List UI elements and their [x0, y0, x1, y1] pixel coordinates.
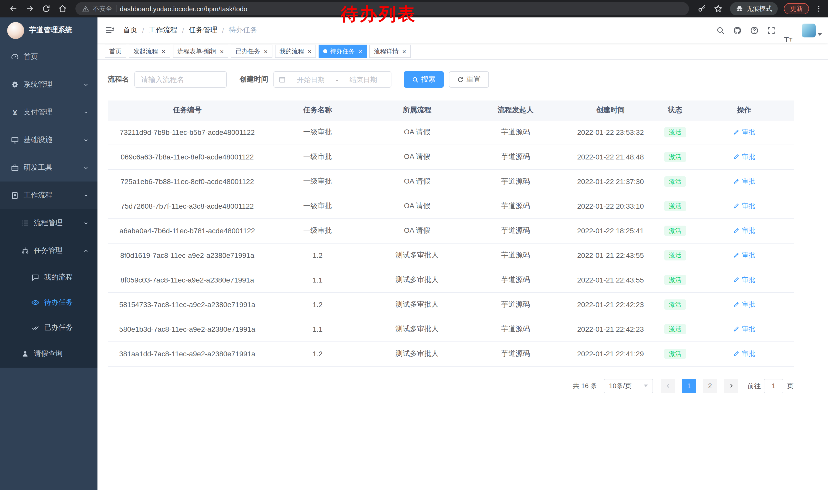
- sidebar-item-infrastructure[interactable]: 基础设施: [0, 126, 97, 154]
- update-button[interactable]: 更新: [784, 3, 809, 14]
- reset-button[interactable]: 重置: [449, 71, 489, 88]
- col-process: 所属流程: [368, 100, 466, 120]
- github-button[interactable]: [729, 17, 746, 43]
- goto-label: 前往: [747, 381, 761, 391]
- col-task-id: 任务编号: [108, 100, 267, 120]
- tags-view: 首页 发起流程× 流程表单-编辑× 已办任务× 我的流程× 待办任务×: [97, 43, 828, 60]
- sidebar-item-home[interactable]: 首页: [0, 43, 97, 71]
- approve-link[interactable]: 审批: [733, 300, 755, 309]
- forward-button[interactable]: [25, 4, 34, 13]
- chevron-down-icon: [83, 165, 89, 171]
- date-range-picker[interactable]: -: [274, 71, 391, 88]
- approve-link[interactable]: 审批: [733, 201, 755, 211]
- sidebar-item-task-mgmt[interactable]: 任务管理: [0, 237, 97, 265]
- table-row: 58154733-7ac8-11ec-a9e2-a2380e71991a 1.2…: [108, 292, 794, 317]
- start-date-input[interactable]: [288, 76, 334, 83]
- status-badge: 激活: [664, 250, 686, 261]
- search-submit-button[interactable]: 搜索: [404, 71, 444, 88]
- sidebar-item-my-process[interactable]: 我的流程: [0, 265, 97, 290]
- total-count: 共 16 条: [573, 381, 597, 391]
- back-button[interactable]: [9, 4, 18, 13]
- user-avatar-menu[interactable]: [802, 23, 822, 37]
- sidebar-item-workflow[interactable]: 工作流程: [0, 182, 97, 209]
- sidebar-item-leave-query[interactable]: 请假查询: [0, 340, 97, 368]
- sidebar-item-process-mgmt[interactable]: 流程管理: [0, 209, 97, 237]
- sidebar-item-done-tasks[interactable]: 已办任务: [0, 315, 97, 340]
- sidebar-item-todo-tasks[interactable]: 待办任务: [0, 290, 97, 315]
- search-icon: [412, 76, 419, 83]
- tab-done-tasks[interactable]: 已办任务×: [231, 45, 272, 58]
- chat-icon: [31, 273, 40, 281]
- approve-link[interactable]: 审批: [733, 349, 755, 358]
- next-page-button[interactable]: [724, 379, 738, 393]
- incognito-icon: [736, 5, 743, 12]
- page-1-button[interactable]: 1: [682, 379, 696, 393]
- breadcrumb-workflow[interactable]: 工作流程: [149, 26, 177, 35]
- breadcrumb-home[interactable]: 首页: [123, 26, 137, 35]
- omnibox-divider: [116, 5, 116, 12]
- process-name-input[interactable]: [134, 71, 227, 88]
- approve-link[interactable]: 审批: [733, 251, 755, 260]
- font-size-button[interactable]: TT: [780, 17, 797, 43]
- double-check-icon: [31, 323, 40, 331]
- chevron-up-icon: [83, 192, 89, 198]
- sidebar-item-payment[interactable]: ¥ 支付管理: [0, 98, 97, 126]
- goto-page-input[interactable]: [764, 379, 783, 393]
- page-size-select[interactable]: 10条/页: [604, 379, 653, 393]
- bookmark-star-icon[interactable]: [714, 4, 723, 13]
- close-icon[interactable]: ×: [264, 48, 267, 55]
- approve-link[interactable]: 审批: [733, 152, 755, 162]
- col-action: 操作: [695, 100, 794, 120]
- chevron-right-icon: [728, 383, 734, 388]
- refresh-icon: [457, 76, 464, 83]
- home-button[interactable]: [58, 4, 67, 13]
- end-date-input[interactable]: [340, 76, 386, 83]
- status-badge: 激活: [664, 349, 686, 359]
- browser-menu-button[interactable]: [815, 5, 823, 13]
- dashboard-icon: [11, 53, 19, 61]
- create-time-label: 创建时间: [240, 75, 268, 84]
- close-icon[interactable]: ×: [308, 48, 312, 55]
- breadcrumb: 首页 / 工作流程 / 任务管理 / 待办任务: [123, 26, 257, 35]
- not-secure-warning-icon[interactable]: [82, 5, 89, 12]
- approve-link[interactable]: 审批: [733, 325, 755, 334]
- tab-todo-tasks[interactable]: 待办任务×: [319, 45, 367, 58]
- tab-my-process[interactable]: 我的流程×: [275, 45, 316, 58]
- sidebar-item-devtools[interactable]: 研发工具: [0, 154, 97, 182]
- help-button[interactable]: [746, 17, 763, 43]
- tab-process-detail[interactable]: 流程详情×: [369, 45, 411, 58]
- chevron-down-icon: [83, 220, 89, 226]
- close-icon[interactable]: ×: [220, 48, 224, 55]
- close-icon[interactable]: ×: [358, 48, 362, 55]
- tab-process-form-edit[interactable]: 流程表单-编辑×: [173, 45, 228, 58]
- gear-icon: [11, 81, 19, 89]
- table-row: 8f059c03-7ac8-11ec-a9e2-a2380e71991a 1.1…: [108, 268, 794, 292]
- approve-link[interactable]: 审批: [733, 226, 755, 235]
- page-2-button[interactable]: 2: [703, 379, 717, 393]
- approve-link[interactable]: 审批: [733, 128, 755, 137]
- logo-image: [7, 22, 24, 39]
- sidebar-item-system[interactable]: 系统管理: [0, 71, 97, 98]
- fullscreen-button[interactable]: [763, 17, 780, 43]
- approve-link[interactable]: 审批: [733, 275, 755, 284]
- sidebar-collapse-button[interactable]: [97, 17, 122, 43]
- status-badge: 激活: [664, 127, 686, 137]
- table-row: 580e1b3d-7ac8-11ec-a9e2-a2380e71991a 1.1…: [108, 317, 794, 341]
- search-button[interactable]: [712, 17, 729, 43]
- edit-icon: [733, 326, 740, 332]
- refresh-button[interactable]: [42, 4, 51, 13]
- eye-icon: [31, 298, 40, 306]
- close-icon[interactable]: ×: [402, 48, 406, 55]
- prev-page-button[interactable]: [661, 379, 675, 393]
- edit-icon: [733, 351, 740, 357]
- breadcrumb-task-mgmt[interactable]: 任务管理: [189, 26, 217, 35]
- approve-link[interactable]: 审批: [733, 177, 755, 186]
- tab-start-process[interactable]: 发起流程×: [129, 45, 170, 58]
- status-badge: 激活: [664, 152, 686, 162]
- close-icon[interactable]: ×: [162, 48, 165, 55]
- status-badge: 激活: [664, 324, 686, 334]
- key-icon[interactable]: [697, 4, 706, 13]
- table-row: 725a1eb6-7b88-11ec-8ef0-acde48001122 一级审…: [108, 169, 794, 194]
- edit-icon: [733, 227, 740, 234]
- tab-home[interactable]: 首页: [105, 45, 126, 58]
